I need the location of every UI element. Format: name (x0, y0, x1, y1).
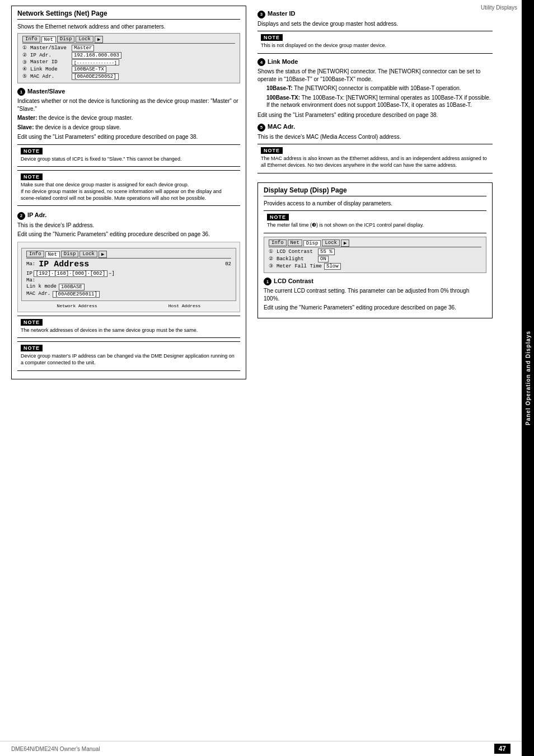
disp-tab-disp[interactable]: Disp (303, 240, 321, 246)
master-id-note-text: This is not displayed on the device grou… (261, 43, 489, 49)
disp-tab-net[interactable]: Net (288, 240, 302, 246)
lcd-contrast-heading-text: LCD Contrast (274, 278, 313, 284)
master-id-note-label: NOTE (261, 34, 283, 41)
diagram-labels: Network Address Host Address (21, 303, 236, 308)
network-section-title: Network Settings (Net) Page (17, 10, 240, 20)
page-container: Utility Displays Panel Operation and Dis… (0, 0, 534, 756)
ip-tab-lock[interactable]: Lock (79, 251, 97, 257)
tab-lock[interactable]: Lock (76, 36, 93, 43)
net-row-3: ③ Master ID [--------------] (22, 59, 235, 65)
network-settings-section: Network Settings (Net) Page Shows the Et… (11, 6, 246, 379)
net-addr-label: Network Address (57, 303, 97, 308)
disp-num-2: ② (269, 256, 273, 262)
master-term-desc: the device is the device group master. (39, 115, 133, 121)
row-num-5: ⑤ (22, 73, 27, 79)
disp-tab-info[interactable]: Info (269, 240, 287, 246)
note-label-4: NOTE (21, 345, 43, 351)
base10-term-desc: The [NETWORK] connector is compatible wi… (294, 85, 461, 91)
ip-linkmode-row: Lin k mode 100BASE (26, 284, 231, 290)
tab-arrow[interactable]: ▶ (95, 36, 103, 43)
master-id-desc: Displays and sets the device group maste… (257, 20, 493, 28)
lcd-contrast-desc: The current LCD contrast setting. This p… (264, 287, 486, 302)
ip-ma-label: Ma: (26, 261, 35, 267)
disp-diagram: Info Net Disp Lock ▶ ① LCD Contrast 55 %… (264, 237, 486, 273)
master-slave-edit: Edit using the "List Parameters" editing… (17, 133, 240, 141)
disp-row-3: ③ Meter Fall Time Slow (269, 263, 481, 270)
base10-term: 10Base-T: (266, 85, 293, 91)
master-slave-desc: Indicates whether or not the device is f… (17, 97, 240, 112)
link-mode-value: 100BASE-TX (72, 66, 106, 73)
ip-tab-net[interactable]: Net (45, 251, 60, 257)
disp-tab-row: Info Net Disp Lock ▶ (269, 240, 481, 247)
lcd-contrast-value: 55 % (318, 248, 335, 255)
mac-adr-label: MAC Adr. (30, 74, 69, 79)
ip-tab-disp[interactable]: Disp (61, 251, 79, 257)
bottom-bar: DME64N/DME24N Owner's Manual 47 (0, 741, 522, 756)
ip-tab-info[interactable]: Info (26, 251, 44, 257)
mac-adr-note-text: The MAC address is also known as the Eth… (261, 156, 489, 168)
num-circle-4: 4 (257, 58, 265, 66)
ip-tab-arrow[interactable]: ▶ (99, 251, 107, 258)
display-section-title: Display Setup (Disp) Page (264, 186, 486, 196)
ip-dash: –] (109, 271, 115, 276)
note-label-2: NOTE (21, 173, 43, 180)
tab-net[interactable]: Net (41, 36, 56, 43)
ip-host-val: 02 (225, 261, 231, 267)
num-circle-3: 3 (257, 11, 265, 18)
side-tab: Panel Operation and Displays (522, 0, 534, 756)
network-diagram: Info Net Disp Lock ▶ ① Master/Slave Mast… (17, 33, 240, 83)
note-text-1: Device group status of ICP1 is fixed to … (21, 156, 237, 163)
link-mode-label: Link Mode (30, 67, 69, 72)
top-label: Utility Displays (481, 4, 517, 11)
ip-adr-label: IP Adr. (30, 53, 69, 58)
disp-num-1: ① (269, 248, 273, 255)
note-box-4: NOTE Device group master's IP address ca… (17, 341, 240, 370)
base10-desc: 10Base-T: The [NETWORK] connector is com… (266, 84, 493, 92)
lcd-contrast-heading: 1 LCD Contrast (264, 278, 486, 286)
ip-adr-value: 192.168.000.003 (72, 52, 121, 59)
slave-term-desc: the device is a device group slave. (35, 124, 121, 130)
disp-tab-lock[interactable]: Lock (322, 240, 340, 246)
net-row-2: ② IP Adr. 192.168.000.003 (22, 52, 235, 59)
backlight-value: ON (318, 256, 329, 262)
note-text-2: Make sure that one device group master i… (21, 182, 237, 201)
note-label-1: NOTE (21, 148, 43, 154)
num-circle-2: 2 (17, 212, 25, 220)
ip-adr-heading: 2 IP Adr. (17, 212, 240, 220)
right-column: 3 Master ID Displays and sets the device… (257, 6, 493, 750)
num-circle-5: 5 (257, 124, 265, 132)
slave-desc: Slave: the device is a device group slav… (17, 124, 240, 132)
num-circle-lcd: 1 (264, 278, 271, 285)
ip-ma2-label: Ma: (26, 278, 35, 283)
ip-diagram: Info Net Disp Lock ▶ Ma: IP Address 02 (17, 242, 240, 312)
master-term: Master: (17, 115, 38, 121)
note-text-4: Device group master's IP address can be … (21, 353, 237, 366)
master-slave-label: Master/Slave (30, 45, 69, 51)
base100-term-desc: The 100Base-Tx: [NETWORK] terminal opera… (266, 95, 491, 109)
display-note-text: The meter fall time (❸) is not shown on … (267, 222, 483, 229)
network-description: Shows the Ethernet network address and o… (17, 23, 240, 31)
mac-adr-note: NOTE The MAC address is also known as th… (257, 144, 493, 173)
net-row-1: ① Master/Slave Master (22, 45, 235, 51)
note-label-3: NOTE (21, 319, 43, 326)
base100-desc: 100Base-TX: The 100Base-Tx: [NETWORK] te… (266, 94, 493, 109)
tab-info[interactable]: Info (22, 36, 40, 43)
tab-disp[interactable]: Disp (57, 36, 75, 43)
left-column: Network Settings (Net) Page Shows the Et… (11, 6, 246, 750)
display-setup-section: Display Setup (Disp) Page Provides acces… (257, 182, 493, 318)
slave-term: Slave: (17, 124, 34, 130)
page-number: 47 (494, 744, 510, 754)
num-circle-1: 1 (17, 88, 25, 96)
display-note: NOTE The meter fall time (❸) is not show… (264, 210, 486, 233)
link-mode-edit: Edit using the "List Parameters" editing… (257, 111, 493, 119)
ip-label: IP (26, 271, 32, 276)
ip-adr-edit: Edit using the "Numeric Parameters" edit… (17, 231, 240, 238)
disp-tab-arrow[interactable]: ▶ (341, 240, 349, 247)
ip-diagram-inner: Info Net Disp Lock ▶ Ma: IP Address 02 (21, 248, 236, 301)
display-note-label: NOTE (267, 214, 289, 220)
master-desc: Master: the device is the device group m… (17, 114, 240, 122)
lcd-contrast-label: LCD Contrast (277, 249, 316, 255)
master-id-heading: 3 Master ID (257, 10, 493, 18)
link-mode-heading-text: Link Mode (268, 58, 298, 65)
ip-link-row: Ma: (26, 278, 231, 283)
